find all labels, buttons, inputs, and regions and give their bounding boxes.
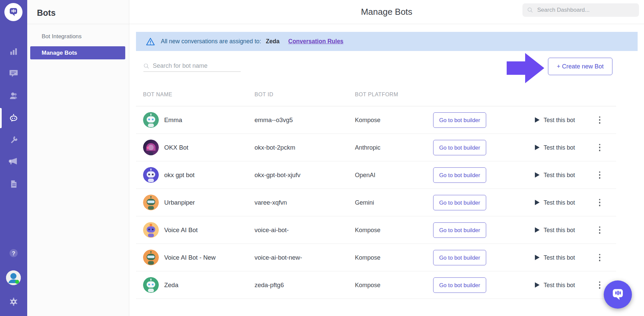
- play-icon: [535, 172, 540, 178]
- profile-avatar[interactable]: [6, 270, 21, 285]
- bot-search[interactable]: [143, 60, 241, 72]
- test-this-bot-label: Test this bot: [544, 226, 575, 233]
- bots-icon[interactable]: [7, 112, 19, 124]
- row-menu-button[interactable]: [597, 281, 603, 289]
- sidebar-item-manage-bots[interactable]: Manage Bots: [30, 46, 125, 59]
- test-this-bot-label: Test this bot: [544, 144, 575, 151]
- test-this-bot-button[interactable]: Test this bot: [535, 226, 575, 233]
- go-to-bot-builder-button[interactable]: Go to bot builder: [433, 277, 486, 293]
- bot-platform: Kompose: [355, 116, 380, 123]
- bot-avatar: [143, 250, 159, 265]
- bot-avatar: [143, 112, 159, 128]
- bot-id: emma--o3vg5: [255, 116, 293, 124]
- play-icon: [535, 145, 540, 150]
- chat-bubble-icon: [610, 287, 626, 302]
- table-row: Voice AI Bot voice-ai-bot- Kompose Go to…: [136, 216, 616, 244]
- go-to-bot-builder-button[interactable]: Go to bot builder: [433, 222, 486, 238]
- dashboard-search[interactable]: [522, 3, 639, 17]
- bot-avatar: [143, 222, 159, 238]
- main-content: Manage Bots All new conversations are as…: [129, 0, 644, 316]
- bot-id: voice-ai-bot-: [255, 226, 289, 234]
- table-row: Voice AI Bot - New voice-ai-bot-new- Kom…: [136, 244, 616, 271]
- bot-name: okx gpt bot: [164, 171, 195, 179]
- dashboard-search-input[interactable]: [537, 7, 634, 13]
- row-menu-button[interactable]: [597, 198, 603, 207]
- chat-widget-launcher[interactable]: [604, 280, 632, 309]
- test-this-bot-button[interactable]: Test this bot: [535, 171, 575, 178]
- campaigns-icon[interactable]: [7, 155, 19, 167]
- create-new-bot-button[interactable]: + Create new Bot: [548, 58, 612, 75]
- conversations-icon[interactable]: [7, 67, 19, 79]
- bot-avatar: [143, 277, 159, 293]
- bot-id: varee-xqfvn: [255, 199, 287, 206]
- column-bot-name: BOT NAME: [143, 92, 172, 98]
- banner-text: All new conversations are assigned to:: [161, 38, 261, 45]
- analytics-icon[interactable]: [7, 45, 19, 57]
- test-this-bot-button[interactable]: Test this bot: [535, 199, 575, 206]
- bot-platform: Anthropic: [355, 144, 380, 151]
- knowledge-base-icon[interactable]: [7, 178, 19, 190]
- bot-avatar: [143, 140, 159, 155]
- bot-name: OKX Bot: [164, 144, 188, 151]
- bot-search-input[interactable]: [153, 62, 241, 69]
- help-icon[interactable]: ?: [7, 247, 19, 259]
- row-menu-button[interactable]: [597, 143, 603, 152]
- banner-assignee: Zeda: [266, 38, 280, 45]
- go-to-bot-builder-button[interactable]: Go to bot builder: [433, 140, 486, 155]
- bot-avatar: [143, 195, 159, 210]
- test-this-bot-label: Test this bot: [544, 116, 575, 123]
- play-icon: [535, 255, 540, 260]
- go-to-bot-builder-button[interactable]: Go to bot builder: [433, 112, 486, 128]
- warning-icon: [146, 38, 155, 46]
- play-icon: [535, 227, 540, 233]
- row-menu-button[interactable]: [597, 226, 603, 234]
- row-menu-button[interactable]: [597, 116, 603, 124]
- test-this-bot-button[interactable]: Test this bot: [535, 144, 575, 151]
- test-this-bot-label: Test this bot: [544, 254, 575, 261]
- play-icon: [535, 117, 540, 123]
- table-row: OKX Bot okx-bot-2pckm Anthropic Go to bo…: [136, 134, 616, 161]
- play-icon: [535, 282, 540, 288]
- test-this-bot-button[interactable]: Test this bot: [535, 281, 575, 288]
- pointer-arrow: [507, 53, 544, 83]
- search-icon: [143, 63, 149, 69]
- test-this-bot-label: Test this bot: [544, 171, 575, 178]
- active-nav-indicator: [0, 108, 2, 128]
- bot-name: Emma: [164, 116, 182, 124]
- table-row: Zeda zeda-pftg6 Kompose Go to bot builde…: [136, 271, 616, 299]
- go-to-bot-builder-button[interactable]: Go to bot builder: [433, 167, 486, 183]
- bots-panel: Bots Bot Integrations Manage Bots: [27, 0, 129, 316]
- table-row: Emma emma--o3vg5 Kompose Go to bot build…: [136, 106, 616, 134]
- settings-icon[interactable]: [7, 296, 19, 308]
- test-this-bot-label: Test this bot: [544, 281, 575, 288]
- go-to-bot-builder-button[interactable]: Go to bot builder: [433, 250, 486, 265]
- row-menu-button[interactable]: [597, 253, 603, 262]
- test-this-bot-button[interactable]: Test this bot: [535, 116, 575, 123]
- test-this-bot-button[interactable]: Test this bot: [535, 254, 575, 261]
- bots-table: BOT NAME BOT ID BOT PLATFORM Emma emma--…: [136, 86, 616, 299]
- kommunicate-logo-icon[interactable]: [4, 3, 22, 21]
- table-row: okx gpt bot okx-gpt-bot-xjufv OpenAI Go …: [136, 161, 616, 189]
- go-to-bot-builder-button[interactable]: Go to bot builder: [433, 195, 486, 210]
- contacts-icon[interactable]: [7, 90, 19, 102]
- bot-platform: Gemini: [355, 199, 374, 206]
- play-icon: [535, 200, 540, 205]
- bot-platform: Kompose: [355, 226, 380, 233]
- bot-name: Voice AI Bot - New: [164, 254, 216, 261]
- conversation-rules-link[interactable]: Conversation Rules: [288, 38, 343, 45]
- bot-name: Voice AI Bot: [164, 226, 198, 234]
- search-icon: [527, 7, 533, 13]
- svg-text:?: ?: [12, 250, 15, 256]
- test-this-bot-label: Test this bot: [544, 199, 575, 206]
- table-header: BOT NAME BOT ID BOT PLATFORM: [136, 86, 616, 106]
- integrations-icon[interactable]: [7, 134, 19, 146]
- sidebar-item-bot-integrations[interactable]: Bot Integrations: [42, 33, 82, 40]
- bot-id: voice-ai-bot-new-: [255, 254, 302, 261]
- bot-avatar: [143, 167, 159, 183]
- row-menu-button[interactable]: [597, 171, 603, 179]
- bot-name: Zeda: [164, 281, 178, 289]
- panel-title: Bots: [37, 8, 56, 18]
- bot-id: okx-bot-2pckm: [255, 144, 295, 151]
- bot-name: Urbanpiper: [164, 199, 195, 206]
- header-divider: [27, 24, 644, 24]
